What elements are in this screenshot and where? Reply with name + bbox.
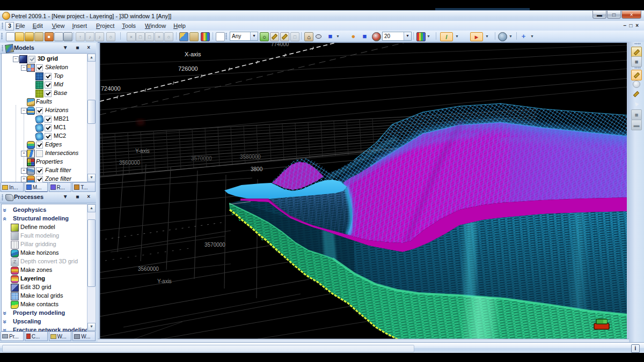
svg-text:724000: 724000 (101, 85, 121, 92)
svg-text:Y-axis: Y-axis (157, 278, 172, 284)
svg-text:3570000: 3570000 (191, 156, 212, 161)
svg-text:3800: 3800 (251, 166, 263, 172)
svg-text:3570000: 3570000 (204, 242, 225, 248)
svg-text:Y-axis: Y-axis (135, 148, 150, 154)
svg-text:3580000: 3580000 (240, 154, 261, 160)
svg-text:3560000: 3560000 (138, 266, 159, 272)
svg-text:726000: 726000 (178, 65, 198, 72)
svg-text:X-axis: X-axis (185, 51, 201, 57)
svg-text:3560000: 3560000 (119, 160, 140, 166)
